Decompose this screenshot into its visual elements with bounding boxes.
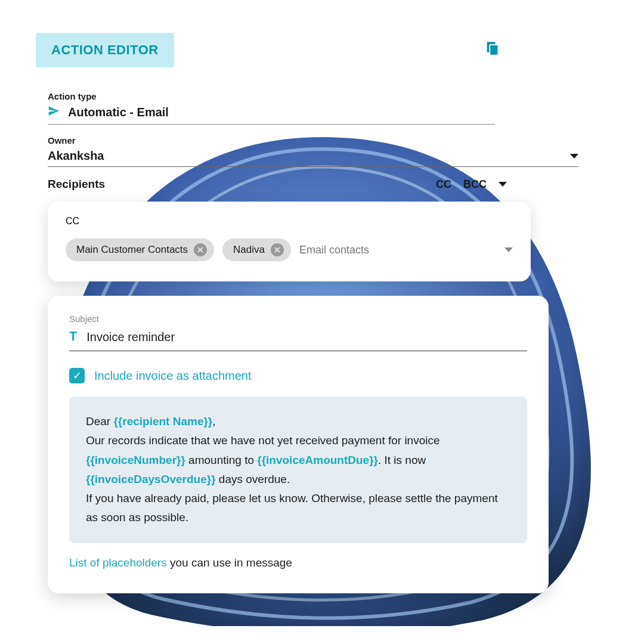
subject-label: Subject — [69, 314, 527, 324]
owner-select[interactable]: Akanksha — [48, 149, 578, 167]
cc-toggle[interactable]: CC — [436, 178, 451, 191]
close-icon[interactable]: ✕ — [271, 243, 284, 256]
owner-value: Akanksha — [48, 149, 104, 163]
bcc-toggle[interactable]: BCC — [463, 178, 487, 191]
action-type-value: Automatic - Email — [68, 106, 169, 119]
action-type-label: Action type — [48, 91, 608, 101]
cc-chip[interactable]: Nadiva ✕ — [222, 239, 291, 261]
recipients-label: Recipients — [48, 178, 105, 191]
subject-input[interactable]: Invoice reminder — [86, 330, 175, 344]
svg-rect-1 — [490, 45, 498, 55]
attachment-label: Include invoice as attachment — [94, 369, 252, 383]
send-icon — [48, 105, 60, 119]
text-icon: T — [69, 330, 77, 345]
cc-chip[interactable]: Main Customer Contacts ✕ — [66, 239, 214, 261]
action-type-select[interactable]: Automatic - Email — [48, 105, 495, 125]
owner-label: Owner — [48, 135, 608, 145]
cc-card: CC Main Customer Contacts ✕ Nadiva ✕ — [48, 202, 531, 281]
message-body[interactable]: Dear {{recipient Name}},Our records indi… — [69, 397, 527, 543]
attachment-checkbox[interactable]: ✓ — [69, 368, 85, 383]
chevron-down-icon[interactable] — [504, 247, 513, 252]
cc-chip-label: Nadiva — [233, 244, 265, 256]
chevron-down-icon — [570, 154, 578, 159]
placeholders-suffix: you can use in message — [167, 556, 292, 569]
page-title: ACTION EDITOR — [36, 33, 174, 67]
cc-email-input[interactable] — [299, 244, 496, 256]
copy-icon[interactable] — [484, 41, 501, 60]
email-composer-card: Subject T Invoice reminder ✓ Include inv… — [48, 296, 549, 593]
chevron-down-icon[interactable] — [499, 182, 507, 187]
cc-chip-label: Main Customer Contacts — [76, 244, 188, 256]
close-icon[interactable]: ✕ — [194, 243, 207, 256]
cc-section-label: CC — [66, 216, 513, 227]
placeholders-link[interactable]: List of placeholders — [69, 556, 167, 569]
